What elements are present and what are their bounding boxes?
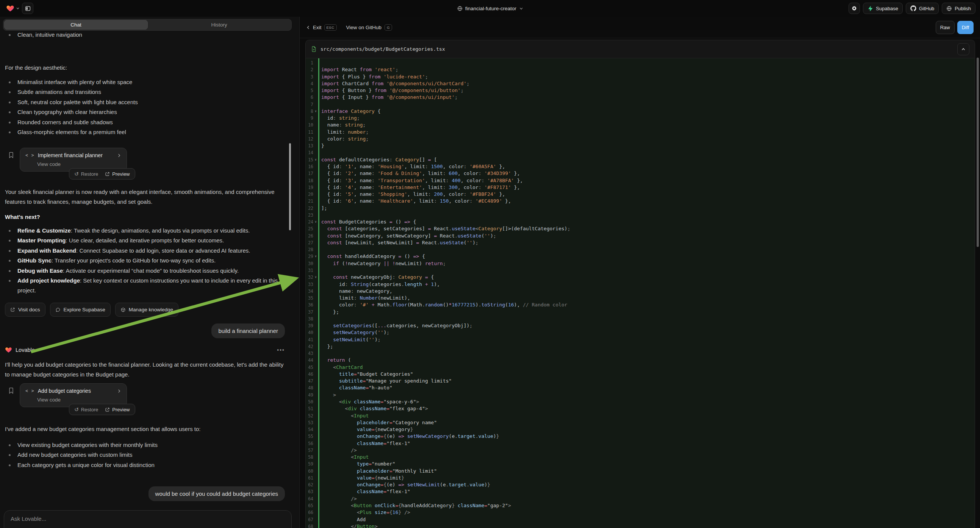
line-number: 10 [306,122,313,129]
code-line-55: 55 onChange={(e) => setNewCategory(e.tar… [306,433,975,440]
code-scrollbar[interactable] [977,57,979,247]
fold-toggle-icon[interactable]: ∨ [313,108,318,115]
view-code-link[interactable]: View code [37,397,121,402]
code-text [318,246,321,253]
project-selector[interactable]: financial-future-creator [457,0,523,17]
fold-spacer [313,516,318,523]
chevron-up-icon [961,47,966,51]
fold-spacer [313,447,318,454]
fold-spacer [313,239,318,246]
added-bullet-list: View existing budget categories with the… [5,440,285,470]
code-line-59: 59 type="number" [306,461,975,468]
code-line-42: 42 }; [306,343,975,350]
fold-toggle-icon[interactable]: ∨ [313,219,318,225]
supabase-label: Supabase [876,6,898,11]
fold-toggle-icon[interactable]: ∨ [313,156,318,163]
fold-spacer [313,488,318,495]
line-number: 66 [306,509,313,516]
line-number: 52 [306,412,313,419]
supabase-button[interactable]: Supabase [863,3,903,14]
user-message-bubble: build a financial planner [212,323,285,338]
fold-spacer [313,412,318,419]
view-code-link[interactable]: View code [37,161,121,167]
fold-spacer [313,433,318,440]
view-on-github-button[interactable]: View on GitHub G [346,24,392,31]
code-text: title="Budget Categories" [318,371,413,378]
message-more-menu[interactable]: ••• [277,347,285,353]
code-text: const [newCategory, setNewCategory] = Re… [318,232,496,239]
tab-chat[interactable]: Chat [4,20,148,30]
file-header[interactable]: src/components/budget/BudgetCategories.t… [306,40,975,58]
code-line-37: 37 }; [306,309,975,315]
panel-toggle-icon [25,5,31,12]
external-link-icon [105,172,110,177]
restore-button[interactable]: ↺ Restore [74,406,98,412]
line-number: 31 [306,267,313,274]
settings-button[interactable] [848,3,860,14]
code-line-22: 22]; [306,205,975,212]
fold-spacer [313,468,318,475]
exit-button[interactable]: Exit ESC [306,24,337,31]
added-bullet-item: Each category gets a unique color for vi… [5,460,285,470]
file-diff-card: src/components/budget/BudgetCategories.t… [305,40,975,528]
line-number: 16 [306,163,313,170]
fold-toggle-icon[interactable]: ∨ [313,253,318,260]
fold-spacer [313,288,318,295]
code-line-2: 2import React from 'react'; [306,66,975,73]
code-text: </Button> [318,523,378,528]
esc-kbd-badge: ESC [324,24,337,31]
preview-button[interactable]: Preview [105,171,130,177]
added-bullet-item: View existing budget categories with the… [5,440,285,450]
restore-button[interactable]: ↺ Restore [74,171,98,177]
line-number: 35 [306,295,313,302]
line-number: 58 [306,454,313,461]
code-text: const handleAddCategory = () => { [318,253,425,260]
diff-toggle-button[interactable]: Diff [957,21,974,34]
code-text: if (!newCategory || !newLimit) return; [318,260,446,267]
code-line-8: 8∨interface Category { [306,108,975,115]
collapse-file-button[interactable] [957,43,969,55]
prompt-placeholder: Ask Lovable... [11,515,46,522]
chevron-down-icon [519,6,523,11]
code-line-52: 52 <Input [306,412,975,419]
fold-spacer [313,163,318,170]
code-line-7: 7 [306,101,975,108]
visit-docs-button[interactable]: Visit docs [5,303,45,316]
prompt-input-box[interactable]: Ask Lovable... Attach Edit Default [4,510,292,528]
lovable-heart-icon [6,4,14,13]
chat-bubble-icon [55,307,60,312]
line-number: 48 [306,385,313,391]
fold-spacer [313,309,318,315]
code-line-11: 11 limit: number; [306,129,975,135]
bookmark-icon[interactable] [8,387,14,394]
fold-toggle-icon[interactable]: ∨ [313,274,318,281]
raw-toggle-button[interactable]: Raw [935,21,955,34]
explore-supabase-button[interactable]: Explore Supabase [50,303,111,316]
fold-spacer [313,322,318,329]
manage-knowledge-button[interactable]: Manage knowledge [115,303,178,316]
version-card-title: Add budget categories [38,388,91,394]
tab-history[interactable]: History [148,20,291,30]
toggle-sidebar-button[interactable] [22,3,33,14]
code-text [318,315,321,322]
line-number: 33 [306,281,313,288]
publish-button[interactable]: Publish [942,3,975,14]
preview-button[interactable]: Preview [105,407,130,412]
design-bullet-item: Minimalist interface with plenty of whit… [5,77,285,87]
code-text: className="h-auto" [318,385,393,391]
fold-spacer [313,454,318,461]
code-text: return ( [318,357,351,364]
chat-panel: Chat History Clean, intuitive navigation… [0,17,299,528]
line-number: 23 [306,212,313,219]
bookmark-icon[interactable] [8,151,14,159]
github-button[interactable]: GitHub [906,3,939,14]
line-number: 67 [306,516,313,523]
scrolled-bullet-list: Clean, intuitive navigation [5,30,285,40]
fold-spacer [313,73,318,80]
lovable-logo-menu[interactable] [6,4,20,13]
design-intro-text: For the design aesthetic: [5,63,285,73]
g-kbd-badge: G [385,24,392,31]
fold-spacer [313,142,318,149]
fold-spacer [313,502,318,509]
chat-scrollbar[interactable] [289,143,291,230]
